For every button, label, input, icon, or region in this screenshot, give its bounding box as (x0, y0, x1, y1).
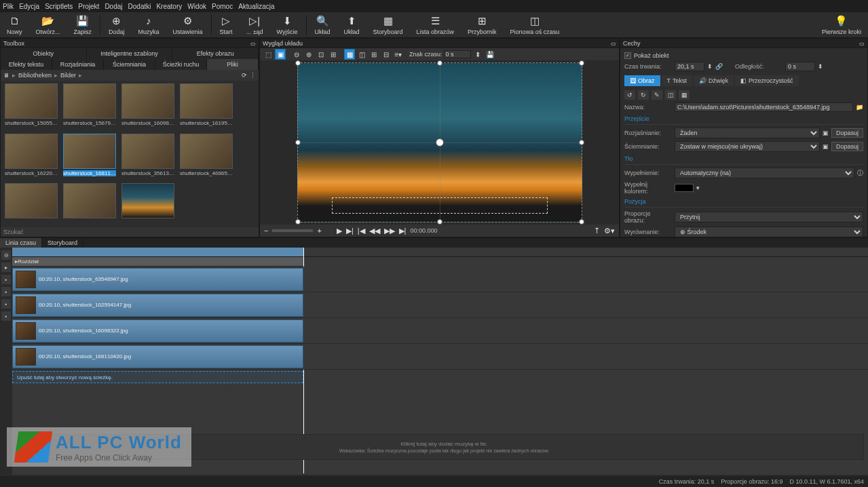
match-button[interactable]: Dopasuj (831, 142, 863, 151)
rotate-left-icon[interactable]: ↺ (624, 90, 635, 100)
start-button[interactable]: ▷Start (213, 14, 240, 36)
gutter-track-icon[interactable]: ▪ (1, 311, 11, 321)
menu-help[interactable]: Pomoc (212, 3, 233, 10)
gutter-zoom-icon[interactable]: ⊖ (1, 250, 11, 260)
grid-icon[interactable]: ⊞ (328, 49, 339, 60)
minimize-icon[interactable]: ▭ (611, 41, 616, 47)
breadcrumb-item[interactable]: Bibliotheken (18, 72, 52, 79)
vertical-timeline-button[interactable]: ◫Pionowa oś czasu (504, 14, 567, 36)
toolbox-button[interactable]: ⊞Przybornik (461, 14, 504, 36)
add-button[interactable]: ⊕Dodaj (102, 14, 132, 36)
tab-smart-templates[interactable]: Inteligentne szablony (87, 48, 173, 59)
drop-zone[interactable]: Upuść tutaj aby stworzyć nową ścieżkę. (12, 371, 303, 383)
spinner-icon[interactable]: ⬍ (818, 63, 823, 70)
aspect-select[interactable]: Przytnij (675, 212, 863, 222)
fit-tool[interactable]: ▣ (275, 49, 286, 60)
fadeout-select[interactable]: Zostaw w miejscu(nie ukrywaj) (675, 141, 820, 152)
menu-wizards[interactable]: Kreatory (156, 3, 182, 10)
tab-image-effects[interactable]: Efekty obrazu (172, 48, 259, 59)
tab-fadeout[interactable]: Ściemniania (104, 59, 155, 70)
menu-add[interactable]: Dodaj (105, 3, 122, 10)
remove-box-icon[interactable]: ⊟ (381, 49, 392, 60)
timeline-track[interactable]: 00:20.10, shutterstock_102554147.jpg (12, 292, 868, 318)
center-handle[interactable] (436, 138, 444, 147)
dropdown-icon[interactable]: ▾ (696, 184, 700, 191)
distance-input[interactable] (785, 62, 815, 71)
resize-handle[interactable] (437, 219, 442, 225)
spinner-icon[interactable]: ⬍ (707, 63, 713, 70)
tab-timeline[interactable]: Linia czasu (0, 238, 42, 248)
zoom-out-icon[interactable]: ⊖ (291, 49, 302, 60)
timeline-track[interactable]: 00:20.10, shutterstock_63548947.jpg (12, 267, 868, 292)
gutter-track-icon[interactable]: ▪ (1, 287, 11, 296)
tab-image[interactable]: 🖼Obraz (624, 75, 660, 86)
color-swatch[interactable] (675, 184, 694, 192)
match-button[interactable]: Dopasuj (831, 128, 863, 138)
browse-icon[interactable]: 📁 (856, 104, 863, 111)
resize-handle[interactable] (295, 219, 301, 225)
tab-fadein[interactable]: Rozjaśniania (52, 59, 104, 70)
prev-frame-icon[interactable]: |◀ (358, 227, 365, 235)
minimize-icon[interactable]: ▭ (250, 41, 256, 47)
export-button[interactable]: ⬇Wyjście (270, 14, 305, 36)
show-object-checkbox[interactable]: ✓ (624, 52, 631, 59)
resize-handle[interactable] (295, 140, 301, 145)
resize-handle[interactable] (579, 219, 584, 225)
fill-select[interactable]: Automatyczny (na) (675, 168, 854, 178)
thumbnail-item[interactable]: shutterstock_161958... (178, 83, 234, 131)
computer-icon[interactable]: 🖥 (3, 72, 10, 79)
resize-handle[interactable] (579, 60, 584, 66)
menu-edit[interactable]: Edycja (19, 3, 39, 10)
zoom-slider[interactable] (272, 229, 313, 232)
crop-icon[interactable]: ◫ (665, 90, 676, 100)
zoom-in-icon[interactable]: ⊕ (303, 49, 314, 60)
menu-scriptlets[interactable]: Scriptlets (45, 3, 73, 10)
timeline-clip[interactable]: 00:20.10, shutterstock_168110420.jpg (12, 345, 303, 368)
gutter-collapse-icon[interactable]: ▸ (1, 262, 11, 272)
new-button[interactable]: 🗋Nowy (0, 14, 29, 36)
spinner-icon[interactable]: ⬍ (472, 49, 483, 60)
link-icon[interactable]: 🔗 (715, 63, 723, 70)
name-input[interactable] (675, 102, 853, 112)
storyboard-button[interactable]: ▦Storyboard (366, 14, 410, 36)
gutter-track-icon[interactable]: ▪ (1, 299, 11, 309)
resize-handle[interactable] (295, 60, 301, 66)
preview-icon[interactable]: ▣ (823, 143, 829, 150)
play-icon[interactable]: ▶ (337, 227, 342, 235)
imagelist-button[interactable]: ☰Lista obrazów (410, 14, 461, 36)
thumbnail-item[interactable]: shutterstock_156796... (62, 83, 117, 131)
menu-view[interactable]: Widok (187, 3, 206, 10)
step-icon[interactable]: ▶| (346, 227, 354, 235)
next-frame-icon[interactable]: ▶| (399, 227, 407, 235)
layout2-button[interactable]: ⬆Układ (337, 14, 366, 36)
breadcrumb-item[interactable]: Bilder (60, 72, 76, 79)
play-from-button[interactable]: ▷|... ±ąd (240, 14, 270, 36)
layout-button[interactable]: 🔍Układ (308, 14, 337, 36)
tab-files[interactable]: Pliki (207, 59, 259, 70)
preview-canvas[interactable] (297, 62, 582, 222)
timeline-ruler[interactable] (12, 248, 868, 257)
minimize-icon[interactable]: ▭ (859, 41, 865, 47)
tab-storyboard[interactable]: Storyboard (42, 238, 83, 248)
tab-objects[interactable]: Obiekty (1, 48, 87, 59)
next-icon[interactable]: ▶▶ (384, 227, 395, 235)
marker-icon[interactable]: ⤒ (594, 227, 600, 235)
tab-text-effects[interactable]: Efekty tekstu (1, 59, 52, 70)
align-icon[interactable]: ≡▾ (393, 49, 404, 60)
gutter-track-icon[interactable]: ▪ (1, 275, 11, 284)
menu-project[interactable]: Projekt (78, 3, 99, 10)
music-button[interactable]: ♪Muzyka (132, 14, 166, 36)
align-select[interactable]: ⊕ Środek (675, 227, 863, 237)
zoom-out-icon[interactable]: − (264, 227, 268, 235)
menu-update[interactable]: Aktualizacja (238, 3, 274, 10)
tab-sound[interactable]: 🔊Dźwięk (694, 75, 734, 86)
timeline-track[interactable]: 00:20.10, shutterstock_168110420.jpg (12, 344, 868, 370)
crop-icon[interactable]: ◫ (356, 49, 367, 60)
timeline-track[interactable]: 00:20.10, shutterstock_16098322.jpg (12, 318, 868, 344)
add-box-icon[interactable]: ⊞ (369, 49, 379, 60)
thumbnail-item[interactable]: shutterstock_35613667 (120, 134, 176, 181)
thumbnail-item[interactable]: shutterstock_16098322 (120, 83, 176, 131)
resize-handle[interactable] (579, 140, 584, 145)
save-frame-icon[interactable]: 💾 (485, 49, 495, 60)
zoom-fit-icon[interactable]: ⊡ (316, 49, 326, 60)
